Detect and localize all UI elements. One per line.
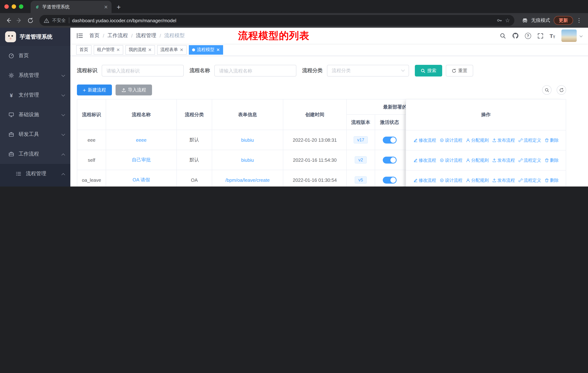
reset-button-label: 重置 bbox=[458, 68, 467, 74]
action-design-link[interactable]: 设计流程 bbox=[440, 157, 462, 163]
minimize-window-button[interactable] bbox=[12, 4, 16, 9]
sidebar-item-infrastructure[interactable]: 基础设施 bbox=[0, 105, 70, 125]
avatar[interactable] bbox=[561, 30, 577, 42]
tag-my-process[interactable]: 我的流程 ✕ bbox=[126, 45, 155, 54]
font-size-icon[interactable]: TT bbox=[550, 33, 555, 39]
action-edit-link[interactable]: 修改流程 bbox=[413, 137, 436, 143]
warning-triangle-icon[interactable] bbox=[44, 18, 49, 23]
process-name-link[interactable]: eeee bbox=[136, 137, 147, 143]
active-status-toggle[interactable] bbox=[383, 176, 396, 183]
form-info-link[interactable]: /bpm/oa/leave/create bbox=[225, 177, 270, 183]
close-window-button[interactable] bbox=[4, 4, 9, 9]
tag-label: 流程模型 bbox=[197, 47, 214, 53]
process-key-input[interactable] bbox=[102, 65, 184, 77]
user-icon bbox=[466, 138, 470, 142]
action-design-link[interactable]: 设计流程 bbox=[440, 177, 462, 183]
action-assign-rule-link[interactable]: 分配规则 bbox=[466, 157, 489, 163]
action-edit-link[interactable]: 修改流程 bbox=[413, 157, 436, 163]
process-name-link[interactable]: 自己审批 bbox=[132, 157, 151, 162]
tag-close-icon[interactable]: ✕ bbox=[180, 48, 183, 52]
active-status-toggle[interactable] bbox=[383, 156, 396, 163]
action-definition-link[interactable]: 流程定义 bbox=[518, 177, 541, 183]
breadcrumb-separator: / bbox=[160, 33, 161, 39]
incognito-badge[interactable]: 无痕模式 bbox=[518, 17, 554, 24]
sidebar-item-home[interactable]: 首页 bbox=[0, 46, 70, 66]
help-icon[interactable]: ? bbox=[525, 33, 531, 39]
sidebar-item-workflow[interactable]: 工作流程 bbox=[0, 144, 70, 164]
breadcrumb: 首页 / 工作流程 / 流程管理 / 流程模型 bbox=[89, 32, 185, 39]
browser-tab[interactable]: 芋道管理系统 ✕ bbox=[31, 1, 112, 13]
action-assign-rule-link[interactable]: 分配规则 bbox=[466, 137, 489, 143]
search-icon[interactable] bbox=[500, 33, 506, 39]
list-icon bbox=[15, 171, 22, 177]
back-icon[interactable] bbox=[3, 15, 14, 26]
tag-home[interactable]: 首页 bbox=[76, 45, 92, 54]
chevron-down-icon bbox=[62, 73, 65, 77]
toggle-knob bbox=[390, 137, 396, 143]
address-bar[interactable]: 不安全 dashboard.yudao.iocoder.cn/bpm/manag… bbox=[39, 15, 514, 26]
sidebar-item-devtools[interactable]: 研发工具 bbox=[0, 125, 70, 144]
tag-process-form[interactable]: 流程表单 ✕ bbox=[157, 45, 187, 54]
new-tab-button[interactable]: + bbox=[117, 4, 121, 10]
sidebar-collapse-icon[interactable] bbox=[76, 32, 84, 40]
cell-process-key: eee bbox=[87, 137, 95, 143]
tab-close-icon[interactable]: ✕ bbox=[104, 4, 108, 10]
action-publish-link[interactable]: 发布流程 bbox=[492, 137, 515, 143]
process-name-link[interactable]: OA 请假 bbox=[133, 177, 150, 182]
fullscreen-icon[interactable] bbox=[537, 33, 543, 39]
active-dot bbox=[192, 48, 195, 51]
action-label: 流程定义 bbox=[524, 177, 541, 183]
category-select[interactable]: 流程分类 bbox=[327, 65, 409, 77]
browser-menu-icon[interactable]: ⋮ bbox=[573, 17, 585, 24]
action-publish-link[interactable]: 发布流程 bbox=[492, 157, 515, 163]
process-name-input[interactable] bbox=[214, 65, 296, 77]
action-design-link[interactable]: 设计流程 bbox=[440, 137, 462, 143]
form-info-link[interactable]: biubiu bbox=[241, 157, 254, 163]
dashboard-icon bbox=[8, 53, 15, 59]
sidebar-item-payment[interactable]: ¥ 支付管理 bbox=[0, 85, 70, 105]
action-assign-rule-link[interactable]: 分配规则 bbox=[466, 177, 489, 183]
create-process-button[interactable]: + 新建流程 bbox=[77, 84, 112, 95]
tag-close-icon[interactable]: ✕ bbox=[116, 48, 120, 52]
action-definition-link[interactable]: 流程定义 bbox=[518, 137, 541, 143]
search-button-label: 搜索 bbox=[427, 68, 436, 74]
version-badge[interactable]: v5 bbox=[355, 176, 367, 184]
link-icon bbox=[518, 158, 523, 162]
update-button[interactable]: 更新 bbox=[554, 16, 573, 25]
version-badge[interactable]: v17 bbox=[354, 136, 368, 143]
action-definition-link[interactable]: 流程定义 bbox=[518, 157, 541, 163]
version-badge[interactable]: v2 bbox=[355, 156, 367, 163]
import-process-button[interactable]: 导入流程 bbox=[116, 84, 152, 95]
tag-close-icon[interactable]: ✕ bbox=[148, 48, 152, 52]
action-label: 修改流程 bbox=[419, 177, 436, 183]
breadcrumb-workflow[interactable]: 工作流程 bbox=[107, 32, 128, 39]
sidebar-item-process-form[interactable]: 流程表单 bbox=[0, 184, 70, 186]
forward-icon[interactable] bbox=[14, 15, 25, 26]
filter-name-label: 流程名称 bbox=[189, 67, 210, 74]
tag-tenant-management[interactable]: 租户管理 ✕ bbox=[94, 45, 123, 54]
action-delete-link[interactable]: 删除 bbox=[545, 137, 559, 143]
reset-button[interactable]: 重置 bbox=[446, 65, 473, 77]
password-key-icon[interactable] bbox=[496, 18, 502, 23]
action-delete-link[interactable]: 删除 bbox=[545, 177, 559, 183]
action-publish-link[interactable]: 发布流程 bbox=[492, 177, 515, 183]
action-edit-link[interactable]: 修改流程 bbox=[413, 177, 436, 183]
form-info-link[interactable]: biubiu bbox=[241, 137, 254, 143]
zoom-window-button[interactable] bbox=[19, 4, 23, 9]
breadcrumb-home[interactable]: 首页 bbox=[89, 32, 100, 39]
sidebar-item-process-management[interactable]: 流程管理 bbox=[0, 164, 70, 184]
tag-process-model[interactable]: 流程模型 ✕ bbox=[189, 45, 223, 54]
action-delete-link[interactable]: 删除 bbox=[545, 157, 559, 163]
tag-close-icon[interactable]: ✕ bbox=[216, 48, 220, 52]
sidebar-logo[interactable]: 芋道管理系统 bbox=[0, 28, 70, 46]
bookmark-star-icon[interactable]: ☆ bbox=[505, 17, 510, 24]
url-text[interactable]: dashboard.yudao.iocoder.cn/bpm/manager/m… bbox=[72, 18, 494, 23]
github-icon[interactable] bbox=[512, 32, 519, 39]
reload-icon[interactable] bbox=[25, 15, 36, 26]
sidebar-item-system[interactable]: 系统管理 bbox=[0, 66, 70, 85]
toggle-search-icon[interactable] bbox=[542, 85, 552, 95]
search-button[interactable]: 搜索 bbox=[415, 65, 442, 77]
active-status-toggle[interactable] bbox=[383, 136, 396, 143]
breadcrumb-process-management[interactable]: 流程管理 bbox=[136, 32, 156, 39]
refresh-table-icon[interactable] bbox=[557, 85, 566, 95]
